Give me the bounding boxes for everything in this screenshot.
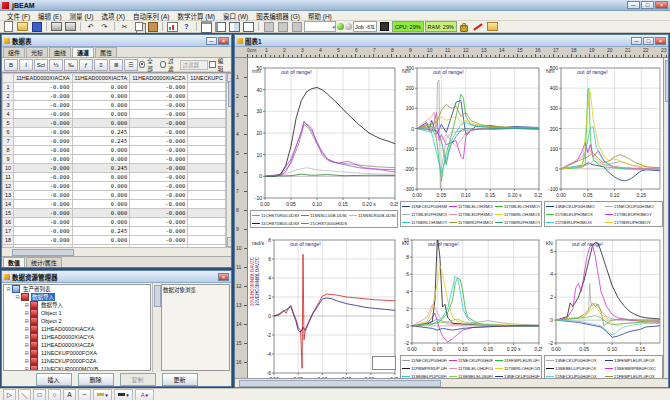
expand-icon[interactable]: ⊞ xyxy=(23,310,30,316)
bottom-tab-数值[interactable]: 数值 xyxy=(3,257,25,267)
legend-item[interactable]: 13NECKUP00H0FOX xyxy=(546,356,603,364)
draw-tool-button[interactable]: A xyxy=(63,389,76,400)
cell-value[interactable]: -0.000 xyxy=(130,110,188,119)
cell-value[interactable]: -0.000 xyxy=(14,227,72,236)
legend-item[interactable]: 11TIBLELOH0FOZB xyxy=(449,364,494,372)
layout-1-icon[interactable] xyxy=(200,21,213,33)
help-icon[interactable]: ? xyxy=(180,21,193,33)
menu-item[interactable]: 数学计算 (M) xyxy=(173,11,219,21)
draw-tool-button[interactable]: □ xyxy=(33,389,46,400)
gray-square-icon[interactable] xyxy=(290,21,303,33)
cell-value[interactable]: -0.000 xyxy=(14,164,72,173)
cell-value[interactable]: -0.000 xyxy=(130,218,188,227)
data-table-minimize-button[interactable]: ─ xyxy=(206,37,217,45)
cell-value[interactable]: -0.000 xyxy=(14,128,72,137)
cell-value[interactable]: -0.000 xyxy=(14,155,72,164)
tree-item[interactable]: ⊟数据导入 xyxy=(4,293,150,301)
format-button[interactable]: ‰ xyxy=(64,59,78,71)
cell-value[interactable]: -0.000 xyxy=(14,146,72,155)
cell-value[interactable] xyxy=(188,83,226,92)
green-status-icon[interactable] xyxy=(337,23,344,30)
font-color-dropdown[interactable]: A▾ xyxy=(135,389,154,400)
table-row[interactable]: 18-0.0000.000-0.000 xyxy=(3,236,226,245)
cell-value[interactable]: -0.000 xyxy=(130,173,188,182)
legend-item[interactable]: 11NECKUP00H0FOX xyxy=(402,356,447,364)
black-square-icon[interactable] xyxy=(378,21,391,33)
chart-window-close-button[interactable]: × xyxy=(655,37,666,45)
table-row[interactable]: 10-0.0000.245-0.000 xyxy=(3,164,226,173)
table-row[interactable]: 9-0.0000.000-0.000 xyxy=(3,155,226,164)
cell-value[interactable]: -0.000 xyxy=(14,119,72,128)
cell-value[interactable] xyxy=(188,137,226,146)
table-row[interactable]: 8-0.0000.000-0.000 xyxy=(3,146,226,155)
chart-plot-1[interactable]: -10010203040500.000.050.100.150.20 s0.25… xyxy=(250,60,398,209)
legend-item[interactable]: 21TIBIRUPH3MOY xyxy=(605,218,662,226)
legend-item[interactable]: 11NECKUP00H0FOZ xyxy=(449,356,494,364)
legend-item[interactable]: 11TIBIRUPH3MOYB xyxy=(495,218,540,226)
tree-item[interactable]: ⊞Object 2 xyxy=(4,317,150,325)
cell-value[interactable]: -0.000 xyxy=(14,173,72,182)
tree-item[interactable]: ⊞数据导入 xyxy=(4,301,150,309)
close-button[interactable]: × xyxy=(655,1,668,9)
cell-value[interactable]: -0.000 xyxy=(14,236,72,245)
cell-value[interactable] xyxy=(188,182,226,191)
cell-value[interactable]: -0.000 xyxy=(14,92,72,101)
cell-value[interactable]: 0.000 xyxy=(72,218,130,227)
cell-value[interactable]: -0.000 xyxy=(130,92,188,101)
更新-button[interactable]: 更新 xyxy=(162,373,198,386)
legend-item[interactable]: 11CHST0R00-0DSX xyxy=(252,211,299,219)
cell-value[interactable]: 0.000 xyxy=(72,173,130,182)
toolbar-combo[interactable]: ▾ xyxy=(304,21,336,32)
expand-icon[interactable]: ⊞ xyxy=(23,358,30,364)
fill-color-dropdown[interactable]: ▾ xyxy=(93,389,112,400)
format-button[interactable]: ≣ xyxy=(109,59,123,71)
undo-icon[interactable]: ↶ xyxy=(84,21,97,33)
gray-status-icon[interactable] xyxy=(345,23,352,30)
menu-item[interactable]: 图表编辑器 (G) xyxy=(252,11,304,21)
cell-value[interactable]: -0.000 xyxy=(130,200,188,209)
table-row[interactable]: 5-0.0000.000-0.000 xyxy=(3,119,226,128)
cut-icon[interactable]: ✂ xyxy=(118,21,131,33)
chart-plot-5[interactable]: -202468100.000.050.100.150.20 s0.25kNout… xyxy=(400,232,542,354)
legend-item[interactable]: 11TIBIRLOH3MOYB xyxy=(402,218,447,226)
legend-item[interactable]: 21CHST0000H0DSX xyxy=(301,219,348,227)
tree-item[interactable]: ⊟生产者列表 xyxy=(4,285,150,293)
cell-value[interactable]: 0.245 xyxy=(72,227,130,236)
radio-filter[interactable] xyxy=(160,61,166,68)
cell-value[interactable] xyxy=(188,173,226,182)
table-row[interactable]: 13-0.0000.000-0.000 xyxy=(3,191,226,200)
table-row[interactable]: 12-0.0000.000-0.000 xyxy=(3,182,226,191)
tree-item[interactable]: ⊞11NECKUP0000MOYB xyxy=(4,365,150,371)
expand-icon[interactable]: ⊞ xyxy=(23,326,30,332)
cell-value[interactable]: -0.000 xyxy=(14,137,72,146)
tab-属性[interactable]: 属性 xyxy=(95,47,117,57)
cell-value[interactable]: -0.000 xyxy=(130,236,188,245)
legend-item[interactable]: 11TIBIRUPH3MOXB xyxy=(449,218,494,226)
cell-value[interactable] xyxy=(188,155,226,164)
chart-window-titlebar[interactable]: 图表1 ─ □ × xyxy=(235,35,668,47)
cell-value[interactable]: -0.000 xyxy=(130,191,188,200)
table-row[interactable]: 15-0.0000.000-0.000 xyxy=(3,209,226,218)
cell-value[interactable]: 0.245 xyxy=(72,164,130,173)
table-row[interactable]: 11-0.0000.000-0.000 xyxy=(3,173,226,182)
chart-plot-2[interactable]: -300-200-10001002003000.000.050.100.150.… xyxy=(400,60,542,200)
data-table-close-button[interactable]: × xyxy=(218,37,229,45)
legend-item[interactable]: 21TIBLEUPH3MOX xyxy=(546,210,603,218)
legend-item[interactable]: 11PBMPRRUP-0FOX xyxy=(402,364,447,372)
cell-value[interactable]: 0.000 xyxy=(72,182,130,191)
expand-icon[interactable]: ⊟ xyxy=(14,294,21,300)
table-row[interactable]: 3-0.0000.000-0.000 xyxy=(3,101,226,110)
job-spinner[interactable]: Job -6⇅ xyxy=(353,21,377,32)
cell-value[interactable] xyxy=(188,110,226,119)
legend-item[interactable]: 21NECKUP00H3MO xyxy=(605,202,662,210)
gray-square-icon[interactable] xyxy=(276,21,289,33)
cell-value[interactable]: 0.000 xyxy=(72,236,130,245)
gray-square-icon[interactable] xyxy=(262,21,275,33)
new-page-icon[interactable] xyxy=(2,21,15,33)
expand-icon[interactable]: ⊞ xyxy=(23,318,30,324)
cell-value[interactable]: 0.000 xyxy=(72,155,130,164)
data-grid-vertical-scrollbar[interactable]: ▲ ▼ xyxy=(226,73,231,247)
format-button[interactable]: ≡ xyxy=(94,59,108,71)
print-preview-icon[interactable] xyxy=(64,21,77,33)
cell-value[interactable] xyxy=(188,164,226,173)
